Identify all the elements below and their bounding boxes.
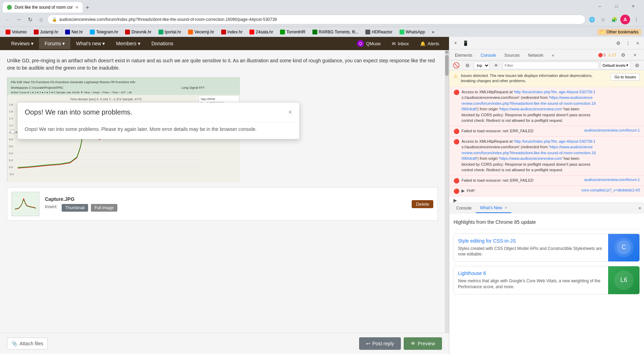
bookmarks-bar: Volumio Jutarnji.hr Net.hr Telegram.hr D…: [0, 26, 644, 37]
minimize-button[interactable]: –: [592, 1, 608, 12]
console-settings-button[interactable]: ⚙: [463, 61, 472, 70]
new-tab-button[interactable]: +: [83, 3, 92, 13]
console-filter-input[interactable]: [502, 62, 599, 69]
error-file-2: audiosciencereview.com/forum:1: [584, 128, 640, 132]
tab-sources[interactable]: Sources: [500, 51, 524, 61]
bookmark-hdreactor[interactable]: HDReactor: [363, 29, 395, 35]
bookmark-index[interactable]: Index.hr: [218, 29, 245, 35]
other-bookmarks[interactable]: 📁 Other bookmarks: [597, 29, 641, 35]
bookmark-rarbg-label: RARBG Torrents, fil...: [319, 30, 358, 34]
more-icon[interactable]: ⋮: [631, 15, 641, 24]
tab-title: Dont like the sound of room cor: [15, 5, 73, 10]
device-toolbar-button[interactable]: 📱: [460, 38, 470, 48]
error-text-1: Access to XMLHttpRequest at 'http /forum…: [461, 89, 640, 124]
main-area: Reviews ▾ Forums ▾ What's new ▾ Members …: [0, 37, 644, 354]
bottom-tab-whats-new[interactable]: What's New ×: [476, 203, 511, 213]
close-button[interactable]: ×: [625, 1, 641, 12]
close-whats-new-tab[interactable]: ×: [505, 205, 507, 210]
warning-count: ⚠ 17: [608, 53, 616, 57]
tab-console[interactable]: Console: [476, 51, 500, 61]
nav-forums[interactable]: Forums ▾: [39, 38, 70, 49]
reply-icon: ↩: [366, 341, 370, 346]
error-text-5: PHP:: [467, 188, 579, 194]
tab-elements-label: Elements: [455, 53, 472, 58]
user-icon[interactable]: A: [620, 15, 630, 24]
nav-whats-new[interactable]: What's new ▾: [70, 38, 110, 49]
close-bottom-panel-button[interactable]: ×: [638, 205, 641, 211]
tab-close-button[interactable]: ×: [76, 5, 78, 10]
address-bar[interactable]: 🔒 audiosciencereview.com/forum/index.php…: [47, 15, 585, 24]
nav-reviews[interactable]: Reviews ▾: [6, 38, 39, 49]
reload-button[interactable]: ↻: [25, 15, 35, 24]
nav-inbox[interactable]: ✉ Inbox: [388, 39, 413, 48]
attach-files-button[interactable]: 📎 Attach files: [7, 338, 48, 349]
more-tools-button[interactable]: ⋮: [623, 38, 633, 48]
card-1-title[interactable]: Style editing for CSS-in-JS: [458, 238, 604, 244]
clear-console-button[interactable]: 🚫: [451, 61, 461, 70]
delete-file-button[interactable]: Delete: [412, 200, 433, 208]
extensions-icon[interactable]: 🧩: [609, 15, 619, 24]
whats-new-panel[interactable]: Highlights from the Chrome 85 update Sty…: [449, 214, 644, 354]
bookmark-whatsapp[interactable]: WhatsApp: [397, 29, 428, 35]
bookmark-rarbg[interactable]: RARBG Torrents, fil...: [310, 29, 361, 35]
bookmark-tportal[interactable]: tportal.hr: [156, 29, 184, 35]
translate-icon[interactable]: 🌐: [587, 15, 597, 24]
bookmark-icon[interactable]: ☆: [598, 15, 608, 24]
svg-text:0.4: 0.4: [9, 152, 13, 155]
bottom-tab-console[interactable]: Console: [452, 204, 476, 213]
thumbnail-button[interactable]: Thumbnail: [62, 204, 88, 212]
card-2-image: L6: [608, 266, 639, 294]
tab-more[interactable]: »: [548, 51, 558, 61]
index-icon: [221, 30, 226, 34]
console-extra-settings[interactable]: ⚙: [632, 61, 642, 70]
forum-post-area[interactable]: Oops! We ran into some problems. × Oops!…: [0, 50, 445, 333]
settings-button[interactable]: ⚙: [613, 38, 623, 48]
svg-text:Taps 65536: Taps 65536: [201, 97, 215, 101]
url-text: audiosciencereview.com/forum/index.php?t…: [59, 17, 277, 22]
nav-qmuse[interactable]: Q QMuse: [353, 38, 385, 49]
bookmark-net[interactable]: Net.hr: [62, 29, 86, 35]
nav-forums-label: Forums: [45, 41, 61, 46]
svg-text:1.2: 1.2: [9, 124, 13, 127]
active-tab[interactable]: Dont like the sound of room cor ×: [3, 2, 83, 13]
post-reply-label: Post reply: [372, 341, 394, 346]
show-realtime-button[interactable]: 👁: [491, 61, 501, 70]
nav-members[interactable]: Members ▾: [110, 38, 146, 49]
tab-elements[interactable]: Elements: [451, 51, 476, 61]
close-devtools-button[interactable]: ×: [633, 38, 643, 48]
nav-donations[interactable]: Donations: [146, 38, 179, 49]
full-image-button[interactable]: Full image: [91, 204, 117, 212]
back-button[interactable]: ←: [3, 15, 13, 24]
forward-button[interactable]: →: [14, 15, 24, 24]
devtools-close-icon[interactable]: ×: [630, 50, 640, 60]
whatsapp-icon: [399, 30, 404, 34]
devtools-settings-icon[interactable]: ⚙: [618, 50, 628, 60]
bookmark-vecernji[interactable]: Vecernji.hr: [185, 29, 217, 35]
bookmarks-more-button[interactable]: »: [429, 29, 437, 35]
dnevnik-icon: [125, 30, 130, 34]
go-to-issues-button[interactable]: Go to Issues: [611, 73, 640, 81]
bookmark-torrenthr[interactable]: TorrentHR: [277, 29, 308, 35]
modal-close-button[interactable]: ×: [288, 108, 292, 116]
bookmark-dnevnik[interactable]: Dnevnik.hr: [122, 29, 154, 35]
post-scrollbar[interactable]: [445, 50, 449, 333]
inspect-element-button[interactable]: ⌖: [451, 38, 460, 48]
bookmark-volumio[interactable]: Volumio: [3, 29, 30, 35]
card-2-title[interactable]: Lighthouse 6: [458, 270, 604, 276]
post-reply-button[interactable]: ↩ Post reply: [359, 337, 401, 350]
context-selector[interactable]: top: [474, 62, 490, 69]
error-expand-5[interactable]: ▶: [461, 188, 465, 193]
home-button[interactable]: ⌂: [36, 15, 46, 24]
devtools-badges: 🔴 5 ⚠ 17 ⚙ ×: [595, 50, 643, 60]
preview-button[interactable]: 👁 Preview: [404, 337, 442, 350]
bookmark-telegram[interactable]: Telegram.hr: [87, 29, 121, 35]
vecernji-icon: [188, 30, 193, 34]
log-levels-button[interactable]: Default levels ▾: [600, 62, 631, 69]
bookmark-24sata[interactable]: 24sata.hr: [247, 29, 276, 35]
maximize-button[interactable]: □: [608, 1, 624, 12]
nav-alerts[interactable]: 🔔 Alerts: [416, 39, 443, 48]
tportal-icon: [158, 30, 163, 34]
bookmark-jutarnji[interactable]: Jutarnji.hr: [31, 29, 61, 35]
console-messages[interactable]: ⚠ Issues detected. The new Issues tab di…: [449, 70, 644, 203]
tab-network[interactable]: Network: [524, 51, 548, 61]
